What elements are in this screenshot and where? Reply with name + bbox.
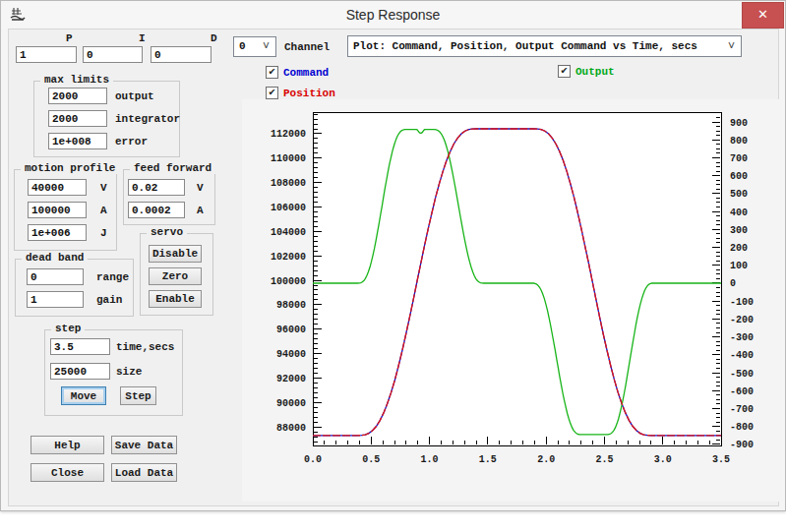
svg-text:2.0: 2.0 <box>537 454 555 465</box>
step-title: step <box>51 323 85 334</box>
svg-text:100000: 100000 <box>271 276 306 287</box>
step-size-field[interactable] <box>50 363 110 380</box>
d-label: D <box>211 32 217 44</box>
dead-band-range-label: range <box>96 271 129 283</box>
window-title: Step Response <box>1 7 785 23</box>
move-button[interactable]: Move <box>61 386 106 405</box>
servo-disable-button[interactable]: Disable <box>149 245 202 263</box>
svg-text:112000: 112000 <box>271 129 306 140</box>
max-limits-title: max limits <box>40 74 113 86</box>
svg-text:94000: 94000 <box>276 349 306 360</box>
max-output-label: output <box>115 90 154 102</box>
i-label: I <box>139 32 146 44</box>
svg-text:2.5: 2.5 <box>595 454 613 465</box>
dead-band-gain-label: gain <box>96 294 122 306</box>
max-error-label: error <box>115 136 148 148</box>
step-response-window: Step Response ✕ P I D 0 ˅ Channel Plot: … <box>0 0 786 511</box>
svg-text:-300: -300 <box>730 332 754 343</box>
max-output-field[interactable] <box>48 88 107 104</box>
svg-text:-700: -700 <box>730 404 754 415</box>
velocity-field[interactable] <box>28 179 87 196</box>
svg-text:1.5: 1.5 <box>479 454 497 465</box>
channel-select[interactable]: 0 ˅ <box>233 36 276 57</box>
svg-text:3.0: 3.0 <box>654 454 672 465</box>
svg-text:0.5: 0.5 <box>362 454 380 465</box>
save-data-button[interactable]: Save Data <box>111 436 177 454</box>
max-integrator-label: integrator <box>115 113 180 125</box>
dead-band-gain-field[interactable] <box>27 291 84 308</box>
svg-text:92000: 92000 <box>276 374 306 384</box>
svg-text:3.5: 3.5 <box>712 454 730 465</box>
close-dialog-button[interactable]: Close <box>30 463 104 482</box>
help-button[interactable]: Help <box>30 436 104 454</box>
svg-text:-600: -600 <box>730 386 754 397</box>
svg-text:-900: -900 <box>730 440 754 450</box>
svg-text:0: 0 <box>730 278 736 289</box>
servo-title: servo <box>147 226 187 238</box>
svg-text:600: 600 <box>730 171 748 182</box>
plot-type-select[interactable]: Plot: Command, Position, Output Command … <box>347 35 742 57</box>
svg-text:-500: -500 <box>730 369 754 380</box>
svg-text:108000: 108000 <box>271 178 306 189</box>
svg-text:110000: 110000 <box>271 153 306 164</box>
position-checkbox-label[interactable]: Position <box>283 88 335 99</box>
ff-velocity-field[interactable] <box>128 179 185 196</box>
feed-forward-title: feed forward <box>130 162 215 174</box>
step-button[interactable]: Step <box>120 386 156 405</box>
jerk-label: J <box>100 227 107 239</box>
step-time-label: time,secs <box>116 341 174 353</box>
svg-text:900: 900 <box>730 118 748 129</box>
step-size-label: size <box>116 366 142 378</box>
output-checkbox[interactable]: ✔ <box>558 65 571 78</box>
channel-label: Channel <box>284 41 330 53</box>
svg-text:-200: -200 <box>730 315 754 325</box>
svg-text:102000: 102000 <box>271 252 306 263</box>
servo-enable-button[interactable]: Enable <box>149 290 202 308</box>
svg-text:90000: 90000 <box>276 398 306 409</box>
svg-text:700: 700 <box>730 153 748 164</box>
command-checkbox-label[interactable]: Command <box>283 67 329 79</box>
i-gain-field[interactable] <box>83 46 143 63</box>
p-label: P <box>66 32 73 44</box>
svg-text:106000: 106000 <box>271 203 306 213</box>
position-checkbox[interactable]: ✔ <box>266 87 278 99</box>
load-data-button[interactable]: Load Data <box>111 463 177 482</box>
output-checkbox-label[interactable]: Output <box>575 66 615 78</box>
chart-canvas: 8800090000920009400096000980001000001020… <box>247 102 783 491</box>
step-time-field[interactable] <box>50 338 110 355</box>
svg-text:300: 300 <box>730 225 748 236</box>
ff-acceleration-field[interactable] <box>128 202 185 218</box>
svg-text:100: 100 <box>730 261 748 271</box>
motion-profile-title: motion profile <box>21 162 119 174</box>
svg-text:-400: -400 <box>730 350 754 361</box>
d-gain-field[interactable] <box>151 46 212 63</box>
p-gain-field[interactable] <box>16 46 77 63</box>
plot-type-value: Plot: Command, Position, Output Command … <box>353 40 697 52</box>
svg-text:-100: -100 <box>730 297 754 308</box>
svg-text:104000: 104000 <box>271 227 306 238</box>
max-error-field[interactable] <box>48 133 107 149</box>
svg-text:400: 400 <box>730 207 748 218</box>
svg-text:-800: -800 <box>730 422 754 433</box>
acceleration-label: A <box>100 205 107 216</box>
dead-band-range-field[interactable] <box>27 268 84 285</box>
svg-text:98000: 98000 <box>276 300 306 311</box>
svg-text:96000: 96000 <box>276 325 306 335</box>
dead-band-title: dead band <box>22 252 88 264</box>
command-checkbox[interactable]: ✔ <box>266 66 278 79</box>
svg-text:1.0: 1.0 <box>421 454 439 465</box>
velocity-label: V <box>100 182 107 194</box>
svg-text:500: 500 <box>730 189 748 200</box>
chevron-down-icon: ˅ <box>728 39 735 53</box>
ff-velocity-label: V <box>197 182 204 194</box>
close-button[interactable]: ✕ <box>742 2 784 29</box>
title-bar[interactable]: Step Response ✕ <box>1 1 785 29</box>
dead-band-group: dead band <box>15 259 134 317</box>
svg-text:800: 800 <box>730 136 748 147</box>
svg-text:0.0: 0.0 <box>304 454 322 465</box>
svg-text:88000: 88000 <box>276 423 306 434</box>
max-integrator-field[interactable] <box>48 110 107 127</box>
jerk-field[interactable] <box>28 224 87 241</box>
acceleration-field[interactable] <box>28 202 87 218</box>
servo-zero-button[interactable]: Zero <box>149 267 202 285</box>
